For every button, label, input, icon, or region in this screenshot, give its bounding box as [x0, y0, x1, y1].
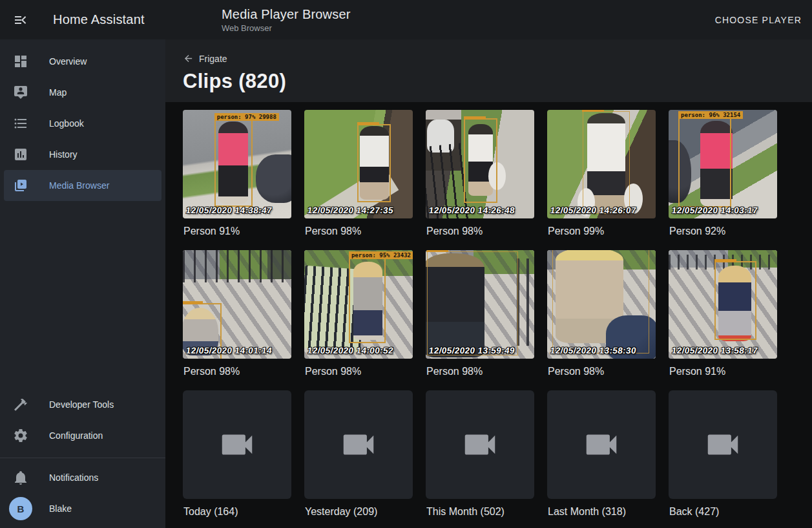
- choose-player-button[interactable]: CHOOSE PLAYER: [707, 8, 809, 32]
- sidebar-item-logbook[interactable]: Logbook: [4, 108, 161, 139]
- clip-card[interactable]: 12/05/2020 14:27:35 Person 98%: [304, 110, 413, 250]
- clip-thumbnail[interactable]: person: 96% 32154 12/05/2020 14:03:17: [669, 110, 777, 218]
- detection-box: [552, 250, 649, 354]
- dashboard-icon: [13, 54, 28, 69]
- clip-thumbnail[interactable]: person: 95% 23432 12/05/2020 14:00:52: [304, 250, 413, 359]
- sidebar-item-label: Configuration: [49, 430, 103, 441]
- sidebar-item-media-browser[interactable]: Media Browser: [4, 170, 161, 201]
- clip-thumbnail[interactable]: 12/05/2020 14:26:48: [426, 110, 534, 218]
- sidebar-item-user[interactable]: B Blake: [4, 493, 161, 524]
- video-icon: [703, 425, 743, 465]
- clip-label: Person 99%: [548, 226, 656, 238]
- folder-card-this-month[interactable]: This Month (502): [426, 390, 534, 528]
- clip-card[interactable]: person: 96% 32154 12/05/2020 14:03:17 Pe…: [669, 110, 777, 250]
- page-subtitle: Web Browser: [222, 23, 351, 33]
- clip-card[interactable]: person: 97% 29988 12/05/2020 14:38:47 Pe…: [183, 110, 291, 250]
- sidebar: Overview Map Logbook History Media Brows…: [0, 39, 165, 528]
- media-browser-panel: Frigate Clips (820) person: 97% 29988 12…: [165, 39, 812, 528]
- clip-label: Person 98%: [548, 366, 656, 378]
- folder-tile[interactable]: [669, 390, 777, 499]
- timestamp-overlay: 12/05/2020 14:03:17: [671, 206, 758, 215]
- sidebar-item-map[interactable]: Map: [4, 77, 161, 108]
- folder-tile[interactable]: [426, 390, 534, 499]
- folder-label: Yesterday (209): [305, 506, 413, 518]
- clip-label: Person 98%: [305, 226, 413, 238]
- sidebar-item-developer-tools[interactable]: Developer Tools: [4, 389, 161, 420]
- sidebar-item-label: Overview: [49, 56, 87, 67]
- timestamp-overlay: 12/05/2020 14:26:07: [550, 206, 637, 215]
- gear-icon: [13, 428, 28, 443]
- folder-card-yesterday[interactable]: Yesterday (209): [304, 390, 413, 528]
- sidebar-item-label: Logbook: [49, 118, 84, 129]
- app-bar-left: Home Assistant: [0, 5, 165, 36]
- clip-thumbnail[interactable]: 12/05/2020 13:58:17: [669, 250, 777, 359]
- play-box-multiple-icon: [13, 178, 28, 193]
- breadcrumb[interactable]: Frigate: [183, 53, 227, 64]
- sidebar-item-label: Notifications: [49, 472, 98, 483]
- media-grid: person: 97% 29988 12/05/2020 14:38:47 Pe…: [165, 102, 812, 528]
- detection-tag-small: [183, 301, 203, 304]
- clip-card[interactable]: 12/05/2020 14:26:07 Person 99%: [547, 110, 656, 250]
- clip-thumbnail[interactable]: 12/05/2020 14:26:07: [547, 110, 656, 218]
- clip-label: Person 92%: [669, 226, 777, 238]
- app-bar: Home Assistant Media Player Browser Web …: [0, 0, 812, 39]
- detection-box: person: 95% 23432: [349, 258, 386, 344]
- folder-label: Back (427): [669, 506, 777, 518]
- clip-card[interactable]: 12/05/2020 14:26:48 Person 98%: [426, 110, 534, 250]
- sidebar-item-label: Map: [49, 87, 67, 98]
- detection-tag-small: [714, 259, 736, 262]
- folder-card-last-month[interactable]: Last Month (318): [547, 390, 656, 528]
- detection-tag: person: 95% 23432: [349, 251, 413, 259]
- sidebar-item-overview[interactable]: Overview: [4, 46, 161, 77]
- menu-open-icon: [13, 12, 28, 28]
- detection-box: [464, 118, 497, 203]
- timestamp-overlay: 12/05/2020 14:27:35: [307, 206, 394, 215]
- bell-icon: [13, 470, 28, 485]
- detection-box: person: 97% 29988: [214, 120, 253, 206]
- media-browser-header: Frigate Clips (820): [165, 39, 812, 102]
- sidebar-item-history[interactable]: History: [4, 139, 161, 170]
- sidebar-item-label: Media Browser: [49, 180, 109, 191]
- clip-thumbnail[interactable]: 12/05/2020 13:58:30: [547, 250, 656, 359]
- sidebar-toggle-button[interactable]: [5, 5, 36, 36]
- detection-tag-small: [464, 116, 486, 120]
- folder-label: Last Month (318): [548, 506, 656, 518]
- folder-tile[interactable]: [304, 390, 413, 499]
- page-title-block: Media Player Browser Web Browser: [222, 7, 351, 33]
- clip-label: Person 91%: [669, 366, 777, 378]
- clip-label: Person 98%: [305, 366, 413, 378]
- detection-box: [583, 111, 629, 215]
- clip-card[interactable]: 12/05/2020 13:58:30 Person 98%: [547, 250, 656, 390]
- video-icon: [581, 425, 621, 465]
- detection-tag-small: [426, 250, 448, 252]
- clip-card[interactable]: 12/05/2020 13:58:17 Person 91%: [669, 250, 777, 390]
- chart-box-icon: [13, 147, 28, 162]
- detection-box: [714, 261, 757, 341]
- folder-card-today[interactable]: Today (164): [183, 390, 291, 528]
- clip-card[interactable]: 12/05/2020 14:01:14 Person 98%: [183, 250, 291, 390]
- clip-thumbnail[interactable]: person: 97% 29988 12/05/2020 14:38:47: [183, 110, 291, 218]
- detection-box: [357, 124, 391, 202]
- breadcrumb-label: Frigate: [199, 54, 227, 64]
- folder-label: This Month (502): [426, 506, 534, 518]
- clip-thumbnail[interactable]: 12/05/2020 14:01:14: [183, 250, 291, 359]
- video-icon: [338, 425, 379, 465]
- clip-card[interactable]: person: 95% 23432 12/05/2020 14:00:52 Pe…: [304, 250, 413, 390]
- timestamp-overlay: 12/05/2020 14:26:48: [428, 206, 515, 215]
- sidebar-item-notifications[interactable]: Notifications: [4, 462, 161, 493]
- clip-label: Person 98%: [183, 366, 291, 378]
- content-title: Clips (820): [183, 70, 812, 93]
- clip-label: Person 98%: [426, 226, 534, 238]
- page-title: Media Player Browser: [222, 7, 351, 22]
- folder-tile[interactable]: [183, 390, 291, 499]
- detection-tag: person: 96% 32154: [678, 111, 743, 119]
- folder-card-back[interactable]: Back (427): [669, 390, 777, 528]
- sidebar-item-configuration[interactable]: Configuration: [4, 420, 161, 451]
- clip-card[interactable]: 12/05/2020 13:59:49 Person 98%: [426, 250, 534, 390]
- folder-tile[interactable]: [547, 390, 656, 499]
- list-icon: [13, 116, 28, 131]
- clip-thumbnail[interactable]: 12/05/2020 14:27:35: [304, 110, 413, 218]
- clip-thumbnail[interactable]: 12/05/2020 13:59:49: [426, 250, 534, 359]
- timestamp-overlay: 12/05/2020 13:59:49: [428, 346, 515, 355]
- map-account-icon: [13, 85, 28, 100]
